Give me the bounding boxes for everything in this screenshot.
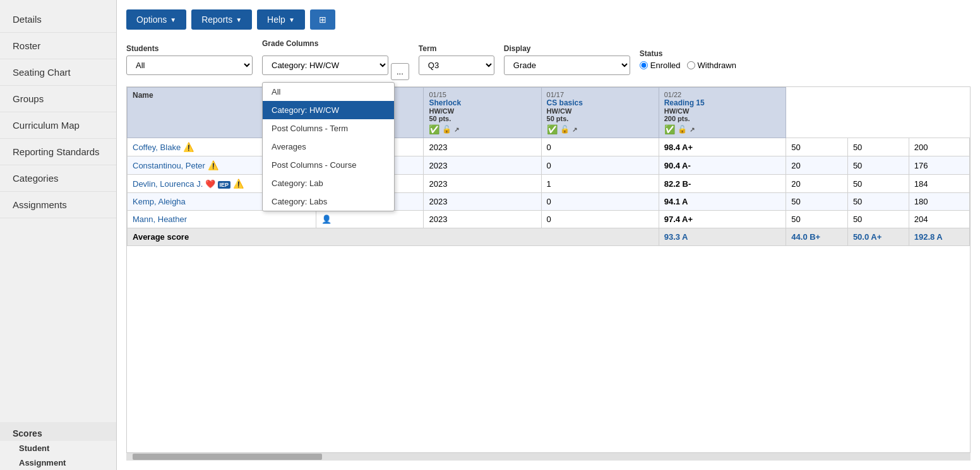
sidebar-sub-student[interactable]: Student [0,441,116,455]
sidebar-item-groups[interactable]: Groups [0,86,116,112]
sidebar-item-details[interactable]: Details [0,6,116,33]
avg-col3: 50.0 A+ [847,228,909,246]
col4-date: 01/22 [664,91,781,98]
student-name-link[interactable]: Devlin, Lourenca J. [133,179,203,189]
sidebar-item-roster[interactable]: Roster [0,33,116,59]
avg-label: Average score [128,228,659,246]
col2-lock-icon: 🔓 [442,125,451,134]
col2-name[interactable]: Sherlock [429,98,535,107]
year-cell: 2023 [424,175,541,193]
col2-score-cell: 50 [786,138,848,156]
col3-score-cell: 50 [847,138,909,156]
sidebar-sub-assignment[interactable]: Assignment [0,455,116,470]
col4-check-icon: ✅ [664,124,675,134]
options-arrow-icon: ▼ [170,16,176,23]
grade-columns-filter-group: Grade Columns Category: HW/CW ... All Ca… [262,39,409,80]
col2-score-cell: 50 [786,211,848,228]
col2-score-cell: 50 [786,193,848,211]
year-cell: 2023 [424,156,541,175]
col4-lock-icon: 🔓 [678,125,687,134]
missing-cell: 0 [541,156,659,175]
student-name-cell: Mann, Heather [128,211,316,228]
dropdown-item-all[interactable]: All [263,83,394,101]
grade-columns-select[interactable]: Category: HW/CW [262,56,388,75]
table-row: Kemp, Aleigha 👤 2023 0 94.1 A 50 50 180 [128,193,970,211]
col4-header: 01/22 Reading 15 HW/CW 200 pts. ✅ 🔓 ↗ [659,88,786,138]
col2-header: 01/15 Sherlock HW/CW 50 pts. ✅ 🔓 ↗ [424,88,541,138]
dropdown-item-category-labs[interactable]: Category: Labs [263,192,394,211]
warn-icon: ⚠️ [183,142,194,152]
avg-grade-cell: 90.4 A- [659,156,786,175]
display-select[interactable]: Grade [504,56,630,75]
term-label: Term [419,44,494,53]
person-icon: 👤 [321,214,332,224]
term-filter-group: Term Q3 [419,44,494,75]
avg-grade-cell: 82.2 B- [659,175,786,193]
table-row: Constantinou, Peter ⚠️ 👤 2023 0 90.4 A- … [128,156,970,175]
scroll-thumb[interactable] [133,454,322,460]
status-filter-group: Status Enrolled Withdrawn [640,49,736,70]
scores-section: Scores [0,422,116,441]
col3-lock-icon: 🔓 [560,125,570,134]
main-content: Options ▼ Reports ▼ Help ▼ ⊞ Students Al… [117,0,980,470]
options-button[interactable]: Options ▼ [126,9,186,30]
missing-cell: 0 [541,211,659,228]
col2-expand-icon: ↗ [454,126,459,133]
grades-table-area[interactable]: Name HW/CW Q3 📊 01/15 Sherlock HW/CW 50 … [126,86,971,453]
students-select[interactable]: All [126,56,253,75]
col3-cat: HW/CW [547,107,654,115]
avg-overall: 93.3 A [659,228,786,246]
person-icon-cell: 👤 [316,211,424,228]
student-name-link[interactable]: Coffey, Blake [133,143,181,152]
withdrawn-option[interactable]: Withdrawn [687,61,736,70]
sidebar: Details Roster Seating Chart Groups Curr… [0,0,117,470]
col4-score-cell: 180 [909,193,969,211]
grid-view-button[interactable]: ⊞ [310,9,335,30]
horizontal-scrollbar[interactable] [126,453,971,461]
col3-check-icon: ✅ [547,124,558,134]
col2-cat: HW/CW [429,107,535,115]
enrolled-radio[interactable] [640,61,648,69]
term-select[interactable]: Q3 [419,56,494,75]
grade-columns-dots-button[interactable]: ... [391,63,409,80]
filter-bar: Students All Grade Columns Category: HW/… [126,39,971,80]
student-name-link[interactable]: Constantinou, Peter [133,161,205,170]
dropdown-item-averages[interactable]: Averages [263,138,394,156]
help-button[interactable]: Help ▼ [257,9,305,30]
heart-icon: ❤️ [205,179,215,189]
dropdown-item-post-columns-term[interactable]: Post Columns - Term [263,119,394,138]
col2-score-cell: 20 [786,156,848,175]
sidebar-item-categories[interactable]: Categories [0,165,116,192]
col2-score-cell: 20 [786,175,848,193]
iep-badge: IEP [218,181,231,189]
student-name-link[interactable]: Mann, Heather [133,214,187,224]
col4-score-cell: 184 [909,175,969,193]
col3-score-cell: 50 [847,211,909,228]
warn-icon: ⚠️ [233,179,244,189]
reports-button[interactable]: Reports ▼ [191,9,252,30]
sidebar-item-seating-chart[interactable]: Seating Chart [0,59,116,86]
grade-columns-label: Grade Columns [262,39,409,48]
col4-expand-icon: ↗ [690,126,695,133]
average-score-row: Average score 93.3 A 44.0 B+ 50.0 A+ 192… [128,228,970,246]
reports-arrow-icon: ▼ [236,16,242,23]
col4-score-cell: 200 [909,138,969,156]
col4-name[interactable]: Reading 15 [664,98,781,107]
missing-cell: 0 [541,193,659,211]
col3-header: 01/17 CS basics HW/CW 50 pts. ✅ 🔓 ↗ [541,88,659,138]
enrolled-label: Enrolled [650,61,681,70]
col3-name[interactable]: CS basics [547,98,654,107]
dropdown-item-category-lab[interactable]: Category: Lab [263,174,394,192]
table-row: Coffey, Blake ⚠️ 👤 2023 0 98.4 A+ 50 50 … [128,138,970,156]
enrolled-option[interactable]: Enrolled [640,61,681,70]
withdrawn-radio[interactable] [687,61,695,69]
dropdown-item-hw-cw[interactable]: Category: HW/CW [263,101,394,119]
sidebar-item-assignments[interactable]: Assignments [0,192,116,218]
table-row: Mann, Heather 👤 2023 0 97.4 A+ 50 50 204 [128,211,970,228]
student-name-link[interactable]: Kemp, Aleigha [133,197,186,206]
sidebar-item-curriculum-map[interactable]: Curriculum Map [0,112,116,139]
sidebar-item-reporting-standards[interactable]: Reporting Standards [0,139,116,165]
dropdown-item-post-columns-course[interactable]: Post Columns - Course [263,156,394,174]
avg-col2: 44.0 B+ [786,228,848,246]
status-options: Enrolled Withdrawn [640,61,736,70]
